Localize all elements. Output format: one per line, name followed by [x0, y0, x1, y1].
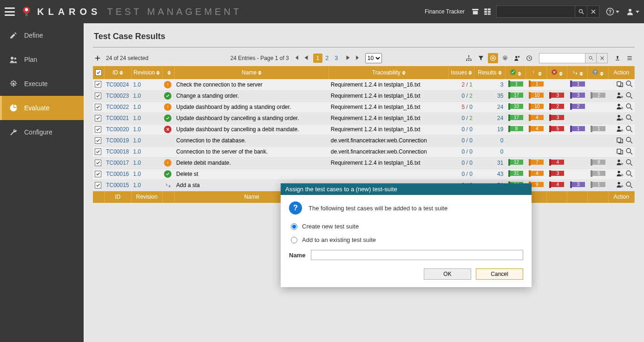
page-3[interactable]: 3: [332, 54, 341, 63]
cancel-button[interactable]: Cancel: [476, 268, 523, 280]
result-badge: 8: [591, 159, 605, 166]
per-page-select[interactable]: 10: [365, 53, 382, 63]
revision-value: 1.0: [133, 126, 141, 133]
user-action-icon[interactable]: [616, 114, 624, 121]
magnify-icon[interactable]: [625, 181, 633, 188]
link-action-icon[interactable]: [616, 80, 624, 87]
user-action-icon[interactable]: [616, 92, 624, 99]
magnify-icon[interactable]: [625, 159, 633, 166]
testcase-id-link[interactable]: TC00017: [106, 160, 129, 166]
unknown-header[interactable]: ?: [588, 66, 608, 79]
testcase-id-link[interactable]: TC00024: [106, 81, 129, 88]
question-icon: ?: [289, 201, 302, 215]
shuffle-header[interactable]: [567, 66, 587, 79]
magnify-icon[interactable]: [625, 125, 633, 133]
sidebar-item-execute[interactable]: Execute: [0, 72, 84, 96]
magnify-icon[interactable]: [625, 136, 633, 144]
testcase-id-link[interactable]: TC00015: [106, 182, 129, 188]
user-action-icon[interactable]: [616, 170, 624, 177]
table-filter-search-button[interactable]: [585, 53, 597, 63]
archive-icon[interactable]: [471, 7, 480, 16]
search-button[interactable]: [575, 6, 587, 18]
user-action-icon[interactable]: [616, 125, 624, 133]
testcase-id-link[interactable]: TC00020: [106, 126, 129, 133]
magnify-icon[interactable]: [625, 148, 633, 155]
row-checkbox[interactable]: [95, 148, 101, 155]
row-checkbox[interactable]: [95, 115, 101, 121]
user-action-icon[interactable]: [616, 181, 624, 188]
id-header[interactable]: ID: [104, 66, 131, 79]
sidebar-item-define[interactable]: Define: [0, 23, 84, 47]
revision-header[interactable]: Revision: [131, 66, 163, 79]
link-action-icon[interactable]: [616, 136, 624, 144]
add-existing-suite-option[interactable]: Add to an existing test suite: [291, 236, 523, 243]
last-page-button[interactable]: [355, 54, 361, 62]
testcase-id-link[interactable]: TC00021: [106, 115, 129, 121]
page-1[interactable]: 1: [313, 54, 322, 63]
first-page-button[interactable]: [293, 54, 299, 62]
svg-point-68: [618, 126, 620, 128]
history-icon[interactable]: [524, 53, 534, 63]
suite-name-input[interactable]: [311, 250, 523, 260]
row-checkbox[interactable]: [95, 126, 101, 133]
name-header[interactable]: Name: [174, 66, 329, 79]
search-clear-button[interactable]: [587, 6, 599, 18]
user-action-icon[interactable]: [616, 159, 624, 166]
failed-header[interactable]: [546, 66, 567, 79]
sidebar-item-plan[interactable]: Plan: [0, 47, 84, 72]
testcase-id-link[interactable]: TC00018: [106, 148, 129, 155]
add-existing-radio[interactable]: [291, 237, 297, 243]
user-menu[interactable]: [626, 7, 639, 16]
passed-header[interactable]: [505, 66, 526, 79]
help-menu[interactable]: ?: [606, 7, 619, 16]
assign-suite-icon[interactable]: [488, 53, 498, 63]
prev-page-button[interactable]: [303, 54, 309, 62]
user-action-icon[interactable]: [616, 103, 624, 110]
testcase-id-link[interactable]: TC00016: [106, 171, 129, 177]
row-checkbox[interactable]: [95, 93, 101, 99]
row-checkbox[interactable]: [95, 81, 101, 87]
testcase-id-link[interactable]: TC00023: [106, 93, 129, 99]
create-new-suite-option[interactable]: Create new test suite: [291, 223, 523, 230]
row-checkbox[interactable]: [95, 160, 101, 166]
traceability-value: Requirement 1.2.4 in testplan_16.txt: [329, 79, 449, 90]
results-header[interactable]: Results: [474, 66, 506, 79]
testcase-id-link[interactable]: TC00019: [106, 137, 129, 144]
link-action-icon[interactable]: [616, 148, 624, 155]
export-icon[interactable]: [612, 53, 623, 63]
dashboard-icon[interactable]: [483, 7, 492, 16]
magnify-icon[interactable]: [625, 114, 633, 121]
search-input[interactable]: [496, 6, 575, 18]
table-filter-clear-button[interactable]: [597, 53, 608, 63]
sidebar-item-configure[interactable]: Configure: [0, 120, 84, 144]
row-checkbox[interactable]: [95, 137, 101, 144]
sidebar-item-evaluate[interactable]: Evaluate: [0, 96, 84, 120]
warning-header[interactable]: [526, 66, 546, 79]
row-checkbox[interactable]: [95, 171, 101, 177]
table-filter-input[interactable]: [539, 53, 585, 63]
settings-icon[interactable]: [500, 53, 510, 63]
tree-icon[interactable]: [464, 53, 474, 63]
add-button[interactable]: [93, 54, 102, 63]
magnify-icon[interactable]: [625, 103, 633, 110]
result-badge: 10: [529, 103, 544, 110]
magnify-icon[interactable]: [625, 170, 633, 177]
next-page-button[interactable]: [345, 54, 351, 62]
menu-toggle-button[interactable]: [5, 7, 15, 16]
row-checkbox[interactable]: [95, 104, 101, 110]
create-new-radio[interactable]: [291, 223, 297, 230]
issues-header[interactable]: Issues: [449, 66, 474, 79]
ok-button[interactable]: OK: [424, 268, 471, 280]
testcase-id-link[interactable]: TC00022: [106, 104, 129, 110]
row-checkbox[interactable]: [95, 182, 101, 188]
select-all-header[interactable]: [93, 66, 104, 79]
magnify-icon[interactable]: [625, 92, 633, 99]
magnify-icon[interactable]: [625, 80, 633, 87]
assign-user-icon[interactable]: [512, 53, 522, 63]
page-2[interactable]: 2: [322, 54, 332, 63]
menu-icon[interactable]: [624, 53, 635, 63]
traceability-header[interactable]: Traceability: [329, 66, 449, 79]
svg-point-82: [626, 160, 631, 164]
filter-icon[interactable]: [476, 53, 486, 63]
status-header[interactable]: [162, 66, 174, 79]
